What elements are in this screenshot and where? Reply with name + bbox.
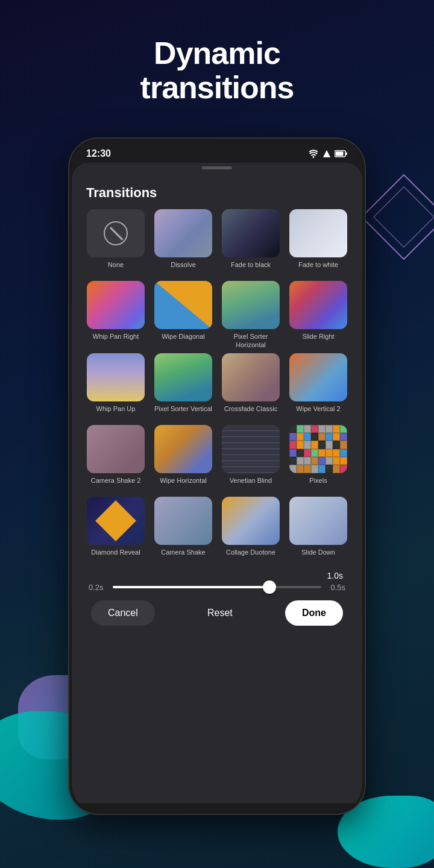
label-fade-black: Fade to black [231, 260, 271, 277]
slider-track[interactable] [113, 586, 321, 588]
svg-marker-0 [362, 175, 434, 259]
transition-venetian[interactable]: Venetian Blind [219, 425, 283, 493]
label-dissolve: Dissolve [171, 260, 196, 277]
thumb-diamond [87, 497, 145, 545]
pixel-cell [311, 457, 318, 465]
thumb-collage [222, 497, 280, 545]
transition-dissolve[interactable]: Dissolve [151, 209, 215, 277]
thumb-pixel-h [222, 281, 280, 329]
pixel-cell [326, 433, 333, 441]
slider-thumb[interactable] [263, 580, 276, 594]
thumb-camera-shake [154, 497, 212, 545]
label-whip-up: Whip Pan Up [96, 404, 136, 421]
pixel-cell [326, 465, 333, 473]
pixel-cell [304, 425, 311, 433]
transition-crossfade[interactable]: Crossfade Classic [219, 353, 283, 421]
sheet-title: Transitions [81, 177, 353, 209]
pixel-cell [318, 433, 326, 441]
label-wipe-diagonal: Wipe Diagonal [162, 332, 205, 349]
reset-button[interactable]: Reset [207, 608, 233, 618]
signal-icon [322, 149, 331, 158]
transition-wipe-v2[interactable]: Wipe Vertical 2 [286, 353, 350, 421]
thumb-whip-right [87, 281, 145, 329]
transition-slide-down[interactable]: Slide Down [286, 497, 350, 565]
pixel-cell [304, 449, 311, 457]
transition-fade-white[interactable]: Fade to white [286, 209, 350, 277]
svg-rect-4 [336, 152, 344, 156]
slider-section: 1.0s 0.2s 0.5s [81, 565, 353, 594]
pixel-cell [326, 441, 333, 448]
venetian-lines [222, 425, 280, 473]
pixel-cell [297, 449, 304, 457]
none-icon [104, 221, 128, 245]
bottom-sheet: Transitions None Dissolve [72, 163, 362, 803]
transition-wipe-h[interactable]: Wipe Horizontal [151, 425, 215, 493]
pixel-cell [340, 449, 347, 457]
pixel-cell [304, 433, 311, 441]
thumb-wipe-diagonal [154, 281, 212, 329]
transition-diamond[interactable]: Diamond Reveal [84, 497, 148, 565]
pixel-cell [289, 425, 297, 433]
thumb-dissolve [154, 209, 212, 257]
thumb-pixel-v [154, 353, 212, 401]
thumb-none [87, 209, 145, 257]
pixel-cell [340, 425, 347, 433]
cancel-button[interactable]: Cancel [91, 600, 155, 626]
transition-whip-up[interactable]: Whip Pan Up [84, 353, 148, 421]
slider-max-label: 0.5s [327, 583, 345, 592]
transition-none[interactable]: None [84, 209, 148, 277]
pixel-cell [304, 441, 311, 448]
phone-inner: 12:30 Transitions None [72, 141, 362, 811]
transition-pixel-h[interactable]: Pixel Sorter Horizontal [219, 281, 283, 350]
thumb-pixels [289, 425, 347, 473]
label-crossfade: Crossfade Classic [224, 404, 278, 421]
label-slide-right: Slide Right [302, 332, 334, 349]
transition-fade-black[interactable]: Fade to black [219, 209, 283, 277]
pixel-cell [318, 465, 326, 473]
thumb-slide-down [289, 497, 347, 545]
label-whip-right: Whip Pan Right [93, 332, 139, 349]
battery-icon [335, 150, 348, 157]
pixel-cell [340, 441, 347, 448]
transition-camera-shake2[interactable]: Camera Shake 2 [84, 425, 148, 493]
transition-wipe-diagonal[interactable]: Wipe Diagonal [151, 281, 215, 350]
slider-row: 0.2s 0.5s [89, 583, 345, 592]
transition-collage[interactable]: Collage Duotone [219, 497, 283, 565]
pixel-cell [289, 465, 297, 473]
pixel-cell [326, 449, 333, 457]
pixel-cell [333, 433, 340, 441]
wifi-icon [308, 149, 319, 158]
pixel-cell [311, 441, 318, 448]
pixel-cell [318, 441, 326, 448]
thumb-fade-black [222, 209, 280, 257]
pixel-cell [333, 449, 340, 457]
pixel-cell [326, 457, 333, 465]
drag-handle[interactable] [202, 166, 232, 169]
transition-camera-shake[interactable]: Camera Shake [151, 497, 215, 565]
thumb-wipe-h [154, 425, 212, 473]
transition-pixel-v[interactable]: Pixel Sorter Vertical [151, 353, 215, 421]
diamond-shape [95, 500, 136, 541]
done-button[interactable]: Done [285, 600, 343, 626]
bg-diamond-decoration [356, 169, 434, 265]
transition-whip-right[interactable]: Whip Pan Right [84, 281, 148, 350]
pixel-cell [326, 425, 333, 433]
label-diamond: Diamond Reveal [91, 548, 140, 565]
pixel-cell [297, 457, 304, 465]
pixel-grid [289, 425, 347, 473]
label-pixels: Pixels [309, 476, 327, 493]
label-none: None [108, 260, 124, 277]
pixel-cell [311, 465, 318, 473]
label-slide-down: Slide Down [301, 548, 335, 565]
label-wipe-v2: Wipe Vertical 2 [296, 404, 340, 421]
pixel-cell [318, 425, 326, 433]
status-bar: 12:30 [72, 141, 362, 163]
thumb-camera-shake2 [87, 425, 145, 473]
transition-slide-right[interactable]: Slide Right [286, 281, 350, 350]
svg-rect-5 [346, 153, 348, 155]
thumb-fade-white [289, 209, 347, 257]
transition-pixels[interactable]: Pixels [286, 425, 350, 493]
thumb-whip-up [87, 353, 145, 401]
page-header: Dynamic transitions [0, 0, 434, 123]
label-camera-shake: Camera Shake [161, 548, 205, 565]
